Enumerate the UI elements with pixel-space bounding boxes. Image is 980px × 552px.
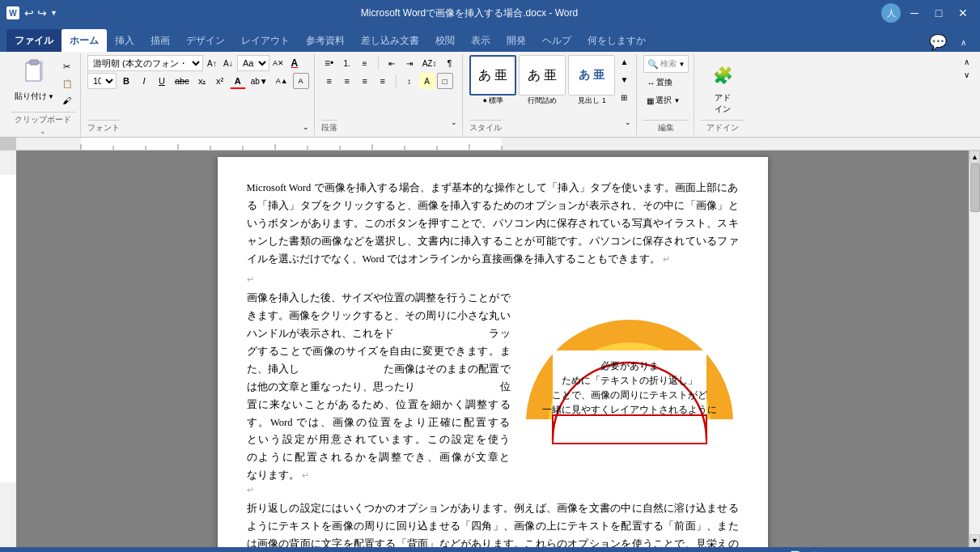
paste-icon — [19, 57, 49, 91]
clipboard-label: クリップボード — [11, 112, 75, 127]
ribbon-expand-down[interactable]: ∨ — [959, 68, 974, 81]
show-marks-button[interactable]: ¶ — [441, 55, 457, 71]
style-normal[interactable]: あ 亜 ● 標準 — [469, 55, 516, 106]
superscript-button[interactable]: x² — [212, 73, 228, 89]
tab-references[interactable]: 参考資料 — [298, 29, 353, 52]
paragraph-expand[interactable]: ⌄ — [451, 118, 457, 135]
replace-button[interactable]: ↔ 置換 — [643, 74, 676, 91]
ribbon: ファイル ホーム 挿入 描画 デザイン レイアウト 参考資料 差し込み文書 校閲… — [0, 26, 980, 52]
tab-mailings[interactable]: 差し込み文書 — [353, 29, 427, 52]
tab-draw[interactable]: 描画 — [142, 29, 178, 52]
multilevel-list-button[interactable]: ≡ — [357, 55, 373, 71]
bold-button[interactable]: B — [118, 73, 134, 89]
font-color-button[interactable]: A — [230, 73, 246, 89]
numbering-button[interactable]: 1. — [339, 55, 355, 71]
undo-button[interactable]: ↩ — [24, 6, 34, 19]
comment-button[interactable]: 💬 — [927, 32, 949, 52]
addin-button[interactable]: 🧩 アド イン — [701, 55, 745, 118]
tab-layout[interactable]: レイアウト — [233, 29, 298, 52]
scroll-down-button[interactable]: ▼ — [969, 534, 980, 547]
tab-help[interactable]: ヘルプ — [534, 29, 579, 52]
style-compact[interactable]: あ 亜 行間詰め — [519, 55, 566, 106]
increase-indent-button[interactable]: ⇥ — [401, 55, 418, 71]
ribbon-minimize-button[interactable]: ∧ — [952, 33, 974, 51]
select-icon: ▦ — [647, 96, 654, 105]
align-center-button[interactable]: ≡ — [339, 73, 355, 89]
title-bar-right: 人 ─ □ ✕ — [881, 3, 974, 23]
search-dropdown[interactable]: ▼ — [678, 61, 685, 68]
cut-button[interactable]: ✂ — [59, 58, 75, 74]
char-border-button[interactable]: A — [293, 73, 309, 89]
ribbon-expand-up[interactable]: ∧ — [959, 55, 974, 68]
font-size-select[interactable]: 10.5 — [87, 73, 117, 89]
format-painter-button[interactable]: 🖌 — [59, 92, 75, 108]
select-button[interactable]: ▦ 選択 ▼ — [643, 92, 683, 108]
styles-scroll-down[interactable]: ▼ — [617, 73, 631, 86]
clear-format-button[interactable]: A✕ — [271, 57, 286, 70]
paste-button[interactable]: 貼り付け ▼ — [11, 55, 57, 104]
clipboard-expand[interactable]: ⌄ — [11, 127, 75, 135]
document-scroll-area[interactable]: Microsoft Word で画像を挿入する場合、まず基本的な操作として「挿入… — [16, 151, 969, 547]
tab-review[interactable]: 校閲 — [427, 29, 463, 52]
ruler-vertical — [0, 151, 16, 547]
char-shading-button[interactable]: A▲ — [273, 73, 291, 89]
addin-group-label: アドイン — [701, 120, 745, 135]
tab-file[interactable]: ファイル — [6, 29, 62, 52]
search-input-area[interactable]: 🔍 検索 ▼ — [643, 55, 689, 73]
tab-insert[interactable]: 挿入 — [107, 29, 142, 52]
underline-button[interactable]: U — [154, 73, 170, 89]
justify-button[interactable]: ≡ — [375, 73, 391, 89]
tab-view[interactable]: 表示 — [463, 29, 498, 52]
tab-developer[interactable]: 開発 — [498, 29, 534, 52]
font-case-select[interactable]: Aa — [237, 55, 269, 71]
shading-button[interactable]: A — [419, 73, 435, 89]
restore-button[interactable]: □ — [928, 4, 949, 22]
font-grow-button[interactable]: A↑ — [205, 57, 219, 70]
ruler-corner — [0, 138, 16, 150]
paragraph-3: 折り返しの設定にはいくつかのオプションがあります。例えば、画像を文書の中に自然に… — [247, 500, 739, 547]
clipboard-group: 貼り付け ▼ ✂ 📋 🖌 クリップボード ⌄ — [6, 53, 81, 135]
decrease-indent-button[interactable]: ⇤ — [384, 55, 400, 71]
separator2 — [396, 74, 397, 87]
quick-access-dropdown[interactable]: ▼ — [50, 9, 57, 17]
scroll-thumb[interactable] — [970, 163, 980, 212]
align-left-button[interactable]: ≡ — [321, 73, 337, 89]
font-family-select[interactable]: 游明朝 (本文のフォン・ — [87, 55, 203, 71]
font-shrink-button[interactable]: A↓ — [221, 57, 235, 70]
minimize-button[interactable]: ─ — [904, 4, 925, 22]
strikethrough-button[interactable]: abc — [172, 73, 193, 89]
italic-button[interactable]: I — [136, 73, 152, 89]
addin-group: 🧩 アド イン アドイン — [696, 53, 749, 135]
quick-access-toolbar: ↩ ↪ ▼ — [24, 6, 57, 19]
editing-group: 🔍 検索 ▼ ↔ 置換 ▦ 選択 ▼ 編集 — [638, 53, 694, 135]
bullets-button[interactable]: ≡• — [321, 55, 337, 71]
paragraph-1: Microsoft Word で画像を挿入する場合、まず基本的な操作として「挿入… — [247, 180, 739, 268]
tab-design[interactable]: デザイン — [178, 29, 233, 52]
scroll-track[interactable] — [969, 163, 980, 534]
text-color-a-button[interactable]: A — [287, 57, 302, 70]
scroll-up-button[interactable]: ▲ — [969, 151, 980, 163]
copy-button[interactable]: 📋 — [59, 75, 75, 91]
close-button[interactable]: ✕ — [952, 4, 974, 22]
tab-search[interactable]: 何をしますか — [579, 29, 654, 52]
sort-button[interactable]: AZ↕ — [419, 55, 440, 71]
subscript-button[interactable]: x₂ — [194, 73, 210, 89]
ruler-horizontal — [16, 138, 980, 150]
search-icon: 🔍 — [647, 59, 659, 70]
font-expand[interactable]: ⌄ — [303, 123, 309, 131]
tab-home[interactable]: ホーム — [62, 29, 107, 52]
paste-dropdown-icon: ▼ — [48, 93, 54, 100]
border-button[interactable]: □ — [437, 73, 453, 89]
redo-button[interactable]: ↪ — [37, 6, 47, 19]
document-area: Microsoft Word で画像を挿入する場合、まず基本的な操作として「挿入… — [0, 138, 980, 547]
styles-scroll-up[interactable]: ▲ — [617, 55, 631, 68]
styles-more[interactable]: ⊞ — [617, 91, 631, 104]
vertical-scrollbar[interactable]: ▲ ▼ — [969, 151, 980, 547]
svg-rect-2 — [30, 60, 38, 65]
line-spacing-button[interactable]: ↕ — [401, 73, 418, 89]
align-right-button[interactable]: ≡ — [357, 73, 373, 89]
highlight-color-button[interactable]: ab▼ — [248, 73, 271, 89]
styles-expand[interactable]: ⌄ — [625, 118, 631, 135]
user-avatar[interactable]: 人 — [881, 3, 901, 23]
style-heading1[interactable]: あ 亜 見出し 1 — [568, 55, 615, 106]
